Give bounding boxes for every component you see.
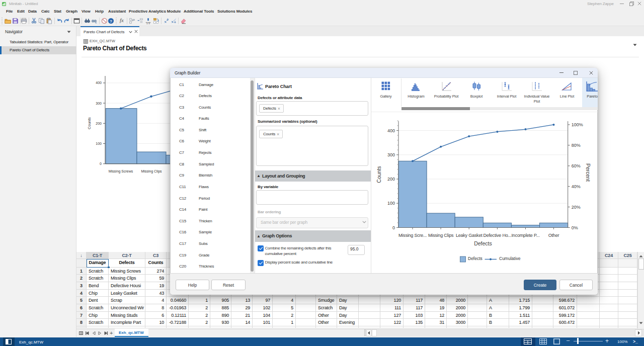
svg-text:0: 0	[392, 225, 395, 230]
svg-text:0: 0	[100, 162, 102, 165]
svg-text:?: ?	[110, 19, 112, 24]
svg-text:Missing Clips: Missing Clips	[141, 169, 162, 174]
svg-text:400: 400	[387, 128, 395, 133]
svg-text:Missing Scre...: Missing Scre...	[398, 233, 427, 238]
svg-text:200: 200	[96, 122, 102, 125]
svg-text:200: 200	[387, 177, 395, 182]
svg-text:Other: Other	[548, 233, 559, 238]
svg-text:300: 300	[96, 102, 102, 105]
svg-text:Defects: Defects	[474, 240, 492, 246]
svg-text:Counts: Counts	[376, 166, 382, 183]
svg-text:Defective Ho...: Defective Ho...	[483, 233, 511, 238]
svg-text:20%: 20%	[572, 205, 581, 210]
svg-text:1 0: 1 0	[146, 22, 150, 24]
svg-text:40%: 40%	[572, 184, 581, 189]
svg-text:80%: 80%	[572, 143, 581, 148]
svg-text:Defects: Defects	[468, 256, 482, 261]
svg-text:60%: 60%	[572, 163, 581, 168]
svg-text:400: 400	[96, 81, 102, 84]
svg-text:100%: 100%	[572, 122, 583, 127]
svg-text:Missing Screws: Missing Screws	[109, 169, 133, 174]
svg-text:Percent: Percent	[585, 163, 591, 182]
svg-text:Cumulative: Cumulative	[499, 256, 521, 261]
svg-text:100: 100	[387, 201, 395, 206]
svg-text:Missing Clips: Missing Clips	[428, 233, 454, 238]
svg-text:100: 100	[96, 142, 102, 145]
svg-text:0%: 0%	[572, 225, 578, 230]
svg-text:Counts: Counts	[87, 117, 92, 129]
svg-text:Leaky Gasket: Leaky Gasket	[456, 233, 482, 238]
svg-text:Incomplete P...: Incomplete P...	[512, 233, 540, 238]
svg-text:300: 300	[387, 152, 395, 157]
